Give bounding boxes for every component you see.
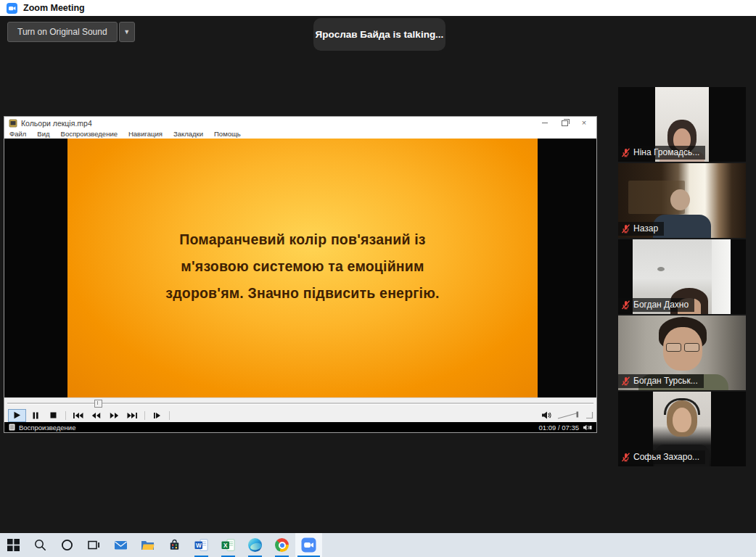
original-sound-label[interactable]: Turn on Original Sound: [7, 22, 118, 42]
skip-back-icon: [73, 412, 83, 419]
cortana-icon: [61, 539, 73, 551]
volume-slider[interactable]: [557, 410, 580, 420]
file-explorer-icon: [141, 540, 155, 550]
participant-nameplate: Назар: [618, 222, 664, 236]
menu-playback[interactable]: Воспроизведение: [61, 130, 118, 138]
speaker-icon[interactable]: [541, 410, 552, 420]
play-button[interactable]: [8, 409, 26, 422]
taskbar-file-explorer-button[interactable]: [134, 533, 161, 557]
media-player-window: Кольори лекція.mp4 × Файл Вид Воспроизве…: [4, 116, 597, 433]
slide-line: м'язовою системою та емоційним: [67, 253, 538, 280]
muted-mic-icon: [621, 453, 630, 462]
rewind-button[interactable]: [87, 409, 105, 422]
menu-file[interactable]: Файл: [9, 130, 26, 138]
svg-text:X: X: [223, 542, 228, 549]
rewind-icon: [91, 412, 101, 419]
participant-tile[interactable]: Богдан Турськ...: [618, 315, 746, 390]
menu-bookmarks[interactable]: Закладки: [173, 130, 203, 138]
taskbar-edge-button[interactable]: [242, 533, 268, 557]
slide-line: Помаранчевий колір пов'язаний із: [67, 226, 538, 253]
menu-navigate[interactable]: Навигация: [128, 130, 163, 138]
status-text: Воспроизведение: [19, 424, 75, 432]
fast-forward-button[interactable]: [105, 409, 123, 422]
volume-zone: [541, 410, 596, 420]
close-icon: ×: [582, 119, 586, 127]
fast-forward-icon: [110, 412, 119, 419]
pause-button[interactable]: [26, 409, 44, 422]
pause-icon: [32, 412, 39, 419]
menu-view[interactable]: Вид: [37, 130, 49, 138]
player-titlebar[interactable]: Кольори лекція.mp4 ×: [4, 117, 596, 129]
participant-name: Богдан Турськ...: [633, 376, 698, 386]
player-video-area: Помаранчевий колір пов'язаний із м'язово…: [4, 139, 596, 398]
minimize-icon: [542, 123, 548, 123]
player-window-title: Кольори лекція.mp4: [21, 119, 533, 128]
muted-mic-icon: [621, 376, 630, 386]
taskbar-mail-button[interactable]: [107, 533, 134, 557]
taskbar-store-button[interactable]: [161, 533, 188, 557]
menu-help[interactable]: Помощь: [214, 130, 241, 138]
talking-banner: Ярослав Байда is talking...: [313, 18, 445, 51]
status-doc-icon: [9, 424, 15, 431]
audio-channel-icon: [583, 424, 592, 431]
slide-line: здоров'ям. Значно підвисить енергію.: [67, 280, 538, 307]
taskbar-cortana-button[interactable]: [54, 533, 81, 557]
player-statusbar: Воспроизведение 01:09 / 07:35: [4, 422, 596, 432]
svg-text:W: W: [196, 542, 202, 549]
original-sound-dropdown[interactable]: ▼: [119, 22, 135, 42]
skip-forward-button[interactable]: [123, 409, 141, 422]
seek-bar[interactable]: [4, 397, 596, 408]
taskbar-chrome-button[interactable]: [268, 533, 295, 557]
skip-forward-icon: [127, 412, 138, 419]
player-menubar: Файл Вид Воспроизведение Навигация Закла…: [4, 129, 596, 139]
chevron-down-icon: ▼: [123, 28, 130, 36]
resize-grip-icon[interactable]: [586, 411, 593, 419]
controls-separator: [169, 411, 170, 420]
chrome-icon: [275, 538, 289, 552]
player-controls: [4, 408, 596, 422]
windows-start-icon: [7, 539, 20, 551]
stop-button[interactable]: [44, 409, 62, 422]
word-icon: W: [194, 539, 208, 551]
taskbar-start-button[interactable]: [0, 533, 27, 557]
taskbar-word-button[interactable]: W: [188, 533, 215, 557]
original-sound-button[interactable]: Turn on Original Sound ▼: [7, 22, 135, 42]
controls-separator: [65, 411, 66, 420]
slide-text: Помаранчевий колір пов'язаний із м'язово…: [67, 226, 538, 307]
player-close-button[interactable]: ×: [576, 118, 592, 128]
zoom-app-icon: [301, 537, 316, 553]
play-icon: [13, 411, 21, 419]
participant-nameplate: Богдан Дахно: [618, 298, 694, 312]
taskbar-task-view-button[interactable]: [81, 533, 107, 557]
window-titlebar: Zoom Meeting: [0, 0, 756, 16]
participant-tile[interactable]: Назар: [618, 163, 746, 238]
taskbar-zoom-button[interactable]: [295, 533, 322, 557]
screen: Zoom Meeting Turn on Original Sound ▼ Яр…: [0, 0, 756, 557]
participant-tile[interactable]: Богдан Дахно: [618, 239, 746, 314]
player-restore-button[interactable]: [556, 118, 572, 128]
skip-back-button[interactable]: [69, 409, 87, 422]
stop-icon: [50, 412, 57, 418]
participants-panel: Ніна Громадсь... Назар: [618, 87, 746, 468]
muted-mic-icon: [621, 300, 630, 310]
zoom-logo-icon: [7, 3, 17, 14]
participant-tile[interactable]: Софья Захаро...: [618, 392, 746, 466]
participant-name: Ніна Громадсь...: [633, 147, 699, 157]
participant-name: Богдан Дахно: [633, 300, 689, 310]
store-icon: [168, 539, 181, 551]
taskbar: W X: [0, 533, 756, 557]
restore-icon: [562, 120, 568, 126]
edge-icon: [248, 538, 262, 552]
player-minimize-button[interactable]: [537, 118, 553, 128]
controls-separator: [144, 411, 145, 420]
taskbar-excel-button[interactable]: X: [215, 533, 242, 557]
time-display: 01:09 / 07:35: [539, 424, 579, 432]
taskbar-search-button[interactable]: [27, 533, 54, 557]
volume-thumb: [577, 412, 579, 418]
participant-nameplate: Богдан Турськ...: [618, 374, 704, 388]
participant-nameplate: Ніна Громадсь...: [618, 146, 705, 160]
participant-name: Назар: [633, 223, 658, 234]
seek-thumb[interactable]: [94, 400, 102, 408]
frame-step-button[interactable]: [148, 409, 166, 422]
participant-tile[interactable]: Ніна Громадсь...: [618, 87, 746, 162]
